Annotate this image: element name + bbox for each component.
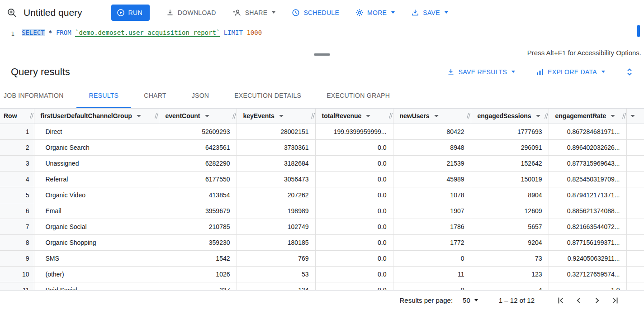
cell: 4 (471, 282, 549, 290)
run-label: RUN (128, 9, 142, 16)
save-results-button[interactable]: SAVE RESULTS (447, 68, 515, 76)
column-resize-handle-icon[interactable] (388, 113, 393, 119)
next-page-button[interactable] (588, 291, 606, 310)
column-header-firstUserDefaultChannelGroup[interactable]: firstUserDefaultChannelGroup (34, 109, 159, 124)
column-label: engagementRate (555, 112, 606, 119)
chevron-down-icon (474, 299, 478, 301)
cell: 0.825450319709... (549, 171, 626, 187)
cell: SMS (34, 250, 159, 266)
cell: 199.9399959999... (315, 124, 393, 139)
column-label: eventCount (166, 112, 200, 119)
save-results-label: SAVE RESULTS (459, 68, 507, 76)
column-header-eventCount[interactable]: eventCount (159, 109, 237, 124)
cell: 0.877315969643... (549, 155, 626, 171)
column-resize-handle-icon[interactable] (154, 113, 158, 119)
cell: 0.0 (315, 234, 393, 250)
cell: 0.0 (315, 203, 393, 219)
row-number: 11 (0, 282, 34, 290)
cell: 0.0 (315, 155, 393, 171)
results-table-container: RowfirstUserDefaultChannelGroupeventCoun… (0, 109, 644, 290)
row-number: 6 (0, 203, 34, 219)
column-header-newUsers[interactable]: newUsers (393, 109, 471, 124)
schedule-button[interactable]: SCHEDULE (292, 9, 339, 17)
column-label: newUsers (400, 112, 430, 119)
query-title: Untitled query (24, 7, 82, 18)
cell: 150019 (471, 171, 549, 187)
column-menu-icon[interactable] (536, 115, 540, 117)
column-header-totalRevenue[interactable]: totalRevenue (315, 109, 393, 124)
person-add-icon (232, 9, 242, 17)
accessibility-hint: Press Alt+F1 for Accessibility Options. (527, 49, 641, 57)
page-size-select[interactable]: 50 (463, 296, 478, 304)
explore-data-button[interactable]: EXPLORE DATA (536, 68, 605, 76)
pagination-range: 1 – 12 of 12 (499, 296, 535, 304)
row-number: 1 (0, 124, 34, 139)
table-row: 6Email39596791989890.01907126090.8856213… (0, 203, 644, 219)
unfold-icon (626, 67, 633, 76)
column-menu-icon[interactable] (205, 115, 209, 117)
cell: 0.879412171371... (549, 187, 626, 203)
column-menu-icon[interactable] (434, 115, 439, 117)
cell-overflow (626, 139, 644, 155)
column-menu-icon[interactable] (611, 115, 615, 117)
cell: 3959679 (159, 203, 237, 219)
download-button[interactable]: DOWNLOAD (166, 9, 216, 17)
editor-scrollbar[interactable] (637, 25, 640, 37)
cell: Organic Shopping (34, 234, 159, 250)
cell: 1542 (159, 250, 237, 266)
last-page-button[interactable] (606, 291, 624, 310)
cell: 0.0 (315, 171, 393, 187)
column-resize-handle-icon[interactable] (622, 113, 626, 119)
tab-execution-details[interactable]: EXECUTION DETAILS (222, 84, 314, 108)
cell: Organic Video (34, 187, 159, 203)
cell: 198989 (237, 203, 315, 219)
cell: Direct (34, 124, 159, 139)
chevron-down-icon (445, 11, 448, 14)
column-resize-handle-icon[interactable] (311, 113, 315, 119)
row-number: 10 (0, 266, 34, 282)
table-row: 9SMS15427690.00730.924050632911... (0, 250, 644, 266)
column-menu-icon[interactable] (137, 115, 141, 117)
cell-overflow (626, 124, 644, 139)
column-resize-handle-icon[interactable] (466, 113, 470, 119)
column-label: totalRevenue (322, 112, 362, 119)
more-button[interactable]: MORE (355, 9, 395, 17)
row-number: 3 (0, 155, 34, 171)
sql-code-line[interactable]: SELECT * FROM `demo.demoset.user_acquisi… (22, 28, 262, 38)
cell: 6423561 (159, 139, 237, 155)
column-menu-icon[interactable] (279, 115, 284, 117)
tab-chart[interactable]: CHART (131, 84, 179, 108)
tab-results[interactable]: RESULTS (76, 84, 132, 108)
cell: 8904 (471, 187, 549, 203)
column-menu-icon[interactable] (366, 115, 370, 117)
save-button[interactable]: SAVE (411, 9, 448, 17)
tab-execution-graph[interactable]: EXECUTION GRAPH (314, 84, 402, 108)
panel-resize-handle[interactable] (314, 53, 330, 56)
tab-job-information[interactable]: JOB INFORMATION (0, 84, 76, 108)
column-header-keyEvents[interactable]: keyEvents (237, 109, 315, 124)
share-button[interactable]: SHARE (232, 9, 276, 17)
previous-page-button[interactable] (570, 291, 588, 310)
line-number: 1 (0, 28, 22, 38)
cell: 73 (471, 250, 549, 266)
column-resize-handle-icon[interactable] (544, 113, 548, 119)
column-resize-handle-icon[interactable] (232, 113, 236, 119)
column-header-engagedSessions[interactable]: engagedSessions (471, 109, 549, 124)
first-page-button[interactable] (552, 291, 570, 310)
panel-toggle-button[interactable] (626, 67, 633, 76)
cell: 1026 (159, 266, 237, 282)
cell: 52609293 (159, 124, 237, 139)
column-menu-icon[interactable] (630, 115, 635, 117)
column-resize-handle-icon[interactable] (29, 113, 33, 119)
column-header-engagementRate[interactable]: engagementRate (549, 109, 626, 124)
table-row: 4Referral617755030564730.0459891500190.8… (0, 171, 644, 187)
tab-json[interactable]: JSON (179, 84, 222, 108)
column-label: firstUserDefaultChannelGroup (41, 112, 132, 119)
run-button[interactable]: RUN (111, 5, 150, 21)
cell: 0.0 (315, 282, 393, 290)
column-header-Row[interactable]: Row (0, 109, 34, 124)
results-header: Query results SAVE RESULTS EXPLORE DATA (0, 59, 644, 84)
cell: 210785 (159, 219, 237, 234)
cell: 296091 (471, 139, 549, 155)
results-tabs: JOB INFORMATIONRESULTSCHARTJSONEXECUTION… (0, 84, 644, 109)
